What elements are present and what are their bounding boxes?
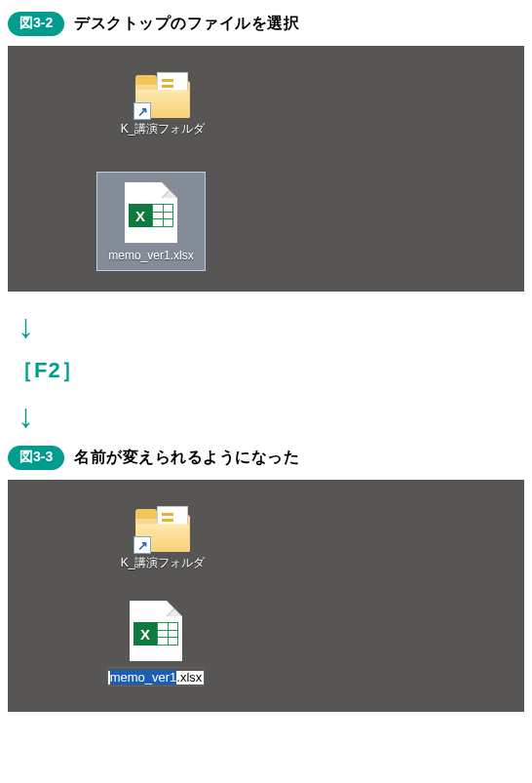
shortcut-overlay-icon: ↗ bbox=[133, 102, 151, 120]
figure-b-pill: 図3-3 bbox=[8, 446, 64, 470]
folder-label: K_講演フォルダ bbox=[104, 556, 221, 569]
excel-file-item-selected[interactable]: X memo_ver1.xlsx bbox=[97, 173, 205, 270]
excel-file-label: memo_ver1.xlsx bbox=[101, 249, 201, 262]
excel-file-icon: X bbox=[130, 601, 182, 661]
excel-grid-icon bbox=[157, 622, 178, 646]
rename-extension-text: .xlsx bbox=[176, 670, 202, 685]
rename-selected-text: memo_ver1 bbox=[110, 670, 177, 685]
desktop-screenshot-a: ↗ K_講演フォルダ X memo_ver1.xlsx bbox=[8, 46, 524, 292]
excel-x-badge: X bbox=[129, 204, 152, 227]
folder-shortcut-icon: ↗ bbox=[135, 75, 190, 118]
figure-a-pill: 図3-2 bbox=[8, 12, 64, 36]
down-arrow-icon: ↓ bbox=[18, 309, 524, 342]
figure-b-caption: 名前が変えられるようになった bbox=[74, 448, 299, 468]
folder-label: K_講演フォルダ bbox=[104, 122, 221, 136]
figure-b-header: 図3-3 名前が変えられるようになった bbox=[8, 446, 524, 470]
figure-a-header: 図3-2 デスクトップのファイルを選択 bbox=[8, 12, 524, 36]
shortcut-overlay-icon: ↗ bbox=[133, 536, 151, 554]
excel-grid-icon bbox=[152, 204, 173, 227]
excel-file-item-renaming[interactable]: X memo_ver1.xlsx bbox=[97, 595, 214, 692]
folder-shortcut-icon: ↗ bbox=[135, 509, 190, 552]
flow-arrow-1: ↓ ［F2］ ↓ bbox=[12, 309, 524, 432]
desktop-screenshot-b: ↗ K_講演フォルダ X memo_ver1.xlsx bbox=[8, 480, 524, 712]
folder-item[interactable]: ↗ K_講演フォルダ bbox=[104, 75, 221, 136]
f2-key: ［F2］ bbox=[12, 356, 84, 385]
excel-x-badge: X bbox=[133, 622, 157, 646]
down-arrow-icon: ↓ bbox=[18, 399, 524, 432]
folder-item[interactable]: ↗ K_講演フォルダ bbox=[104, 509, 221, 569]
excel-file-icon: X bbox=[125, 182, 177, 243]
filename-rename-input[interactable]: memo_ver1.xlsx bbox=[107, 667, 206, 686]
figure-a-caption: デスクトップのファイルを選択 bbox=[74, 14, 299, 34]
